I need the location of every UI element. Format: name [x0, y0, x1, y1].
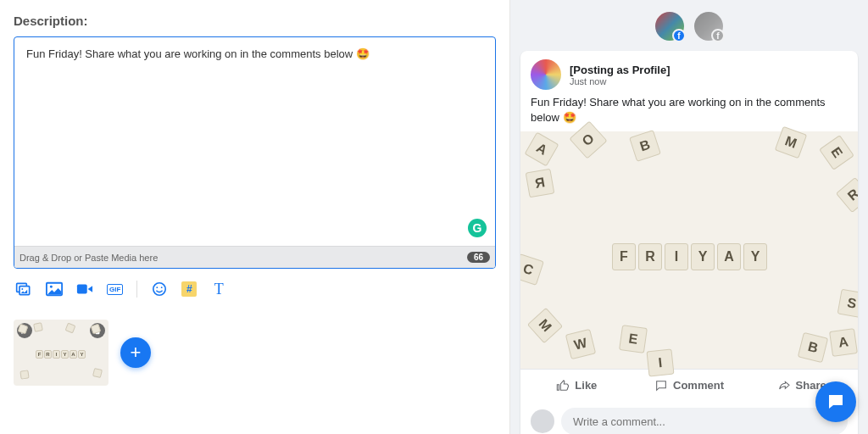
svg-point-6	[153, 283, 165, 295]
profile-avatar	[531, 59, 561, 90]
account-avatar-disabled[interactable]	[694, 12, 723, 41]
description-box: Fun Friday! Share what you are working o…	[14, 36, 496, 269]
toolbar-divider	[136, 281, 137, 298]
emoji-icon[interactable]	[151, 281, 168, 297]
description-textarea[interactable]: Fun Friday! Share what you are working o…	[14, 37, 495, 246]
svg-rect-1	[19, 287, 30, 295]
post-preview-card: [Posting as Profile] Just now Fun Friday…	[520, 51, 858, 434]
post-actions: Like Comment Share	[520, 369, 858, 401]
svg-point-4	[50, 286, 53, 288]
commenter-avatar	[531, 409, 554, 433]
image-icon[interactable]	[46, 281, 63, 297]
svg-point-2	[21, 288, 23, 290]
profile-name: [Posting as Profile]	[570, 64, 670, 76]
description-footer: Drag & Drop or Paste Media here 66	[14, 246, 495, 268]
description-label: Description:	[14, 14, 496, 28]
like-label: Like	[575, 379, 597, 392]
chat-fab-button[interactable]	[815, 381, 856, 422]
account-avatar-facebook[interactable]	[655, 12, 684, 41]
comment-label: Comment	[673, 379, 724, 392]
svg-rect-5	[77, 285, 87, 294]
media-gallery-icon[interactable]	[15, 281, 32, 297]
account-selector	[510, 0, 868, 51]
facebook-badge-icon	[711, 29, 725, 42]
comment-input[interactable]	[561, 408, 848, 434]
video-icon[interactable]	[76, 281, 93, 297]
composer-panel: Description: Fun Friday! Share what you …	[0, 0, 510, 434]
preview-panel: [Posting as Profile] Just now Fun Friday…	[510, 0, 868, 434]
post-body-text: Fun Friday! Share what you are working o…	[520, 95, 858, 131]
add-media-button[interactable]: +	[120, 337, 151, 368]
gif-icon[interactable]: GIF	[107, 284, 123, 295]
media-thumbnails: F R I Y A Y +	[14, 320, 496, 386]
like-button[interactable]: Like	[520, 370, 633, 401]
hashtag-icon[interactable]: #	[181, 281, 197, 297]
dropzone-hint[interactable]: Drag & Drop or Paste Media here	[19, 253, 158, 263]
post-header: [Posting as Profile] Just now	[520, 51, 858, 95]
post-timestamp: Just now	[570, 76, 670, 86]
char-count-badge: 66	[467, 252, 490, 263]
facebook-badge-icon	[672, 29, 686, 42]
svg-point-7	[157, 287, 159, 288]
svg-point-8	[161, 287, 163, 288]
grammarly-icon[interactable]: G	[468, 219, 487, 237]
composer-toolbar: GIF # T	[14, 281, 496, 298]
media-thumbnail[interactable]: F R I Y A Y	[14, 320, 108, 386]
text-format-icon[interactable]: T	[210, 281, 227, 297]
post-image: A O B M E Я R C S M W E I B A F R I Y A …	[520, 131, 858, 369]
comment-row	[520, 401, 858, 434]
thumbnail-image: F R I Y A Y	[14, 320, 108, 386]
